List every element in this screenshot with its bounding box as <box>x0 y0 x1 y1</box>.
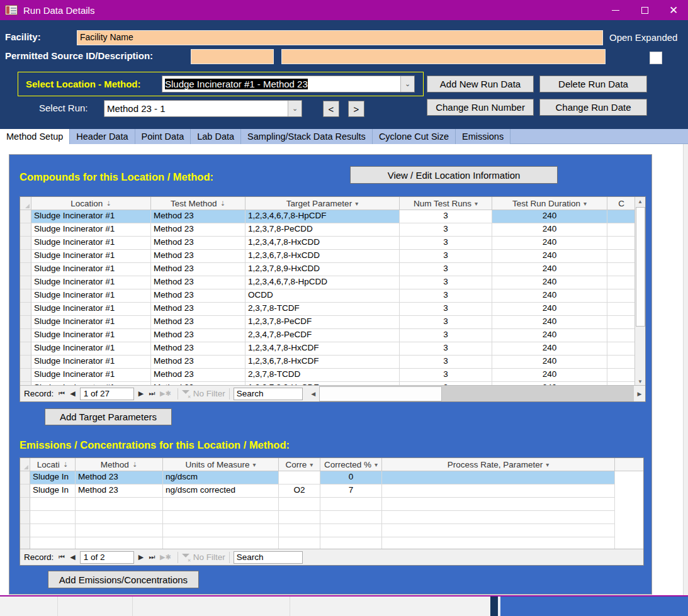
previous-record-icon[interactable]: ◀ <box>70 389 75 398</box>
combo-dropdown-icon[interactable]: ⌄ <box>288 101 302 116</box>
select-all-corner[interactable] <box>20 197 31 210</box>
table-cell[interactable]: 3 <box>400 303 492 316</box>
table-cell[interactable] <box>163 511 279 524</box>
table-cell[interactable] <box>382 484 615 498</box>
table-cell[interactable] <box>607 303 636 316</box>
record-selector[interactable] <box>20 289 31 303</box>
table-cell[interactable]: 0 <box>320 471 382 484</box>
scroll-right-icon[interactable]: ▶ <box>634 386 645 402</box>
filter-dropdown-icon[interactable]: ▾ <box>584 200 587 207</box>
table-cell[interactable]: 240 <box>492 303 607 316</box>
table-cell[interactable]: Sludge Incinerator #1 <box>31 210 151 223</box>
table-cell[interactable]: 240 <box>492 316 607 329</box>
table-cell[interactable]: 240 <box>492 329 607 342</box>
open-expanded-checkbox[interactable] <box>650 52 662 64</box>
record-selector[interactable] <box>20 316 31 329</box>
column-header-units-of-measure[interactable]: Units of Measure▾ <box>163 458 279 471</box>
table-cell[interactable]: Sludge Incinerator #1 <box>31 263 151 276</box>
table-cell[interactable] <box>76 498 163 511</box>
table-cell[interactable] <box>163 524 279 537</box>
scroll-left-icon[interactable]: ◀ <box>308 386 319 402</box>
table-cell[interactable]: 3 <box>400 316 492 329</box>
table-cell[interactable]: 1,2,3,4,6,7,8-HpCDD <box>245 276 400 289</box>
change-run-date-button[interactable]: Change Run Date <box>539 99 647 116</box>
table-row[interactable]: Sludge Incinerator #1Method 231,2,3,7,8,… <box>20 263 645 276</box>
table-cell[interactable] <box>30 524 76 537</box>
column-header-target-parameter[interactable]: Target Parameter▾ <box>245 197 400 210</box>
add-emissions-concentrations-button[interactable]: Add Emissions/Concentrations <box>48 571 199 588</box>
maximize-button[interactable] <box>630 0 659 20</box>
table-cell[interactable]: 3 <box>400 210 492 223</box>
record-selector[interactable] <box>20 210 31 223</box>
first-record-icon[interactable]: ⏮ <box>59 389 65 398</box>
table-cell[interactable]: Sludge Incinerator #1 <box>31 316 151 329</box>
record-selector[interactable] <box>20 484 30 498</box>
table-row[interactable]: Sludge Incinerator #1Method 232,3,4,7,8-… <box>20 329 645 342</box>
table-cell[interactable] <box>320 511 382 524</box>
record-selector[interactable] <box>20 342 31 356</box>
next-run-button[interactable]: > <box>348 101 364 117</box>
table-cell[interactable]: 2,3,4,7,8-PeCDF <box>245 329 400 342</box>
table-cell[interactable] <box>279 511 320 524</box>
minimize-button[interactable] <box>601 0 630 20</box>
column-header-test-run-duration[interactable]: Test Run Duration▾ <box>492 197 607 210</box>
table-row[interactable]: Sludge Incinerator #1Method 231,2,3,7,8-… <box>20 316 645 329</box>
table-cell[interactable] <box>607 369 636 382</box>
tab-header-data[interactable]: Header Data <box>70 129 135 144</box>
permitted-source-desc-input[interactable] <box>281 49 606 64</box>
column-header-location[interactable]: Location⇣ <box>31 197 151 210</box>
table-cell[interactable] <box>607 329 636 342</box>
scroll-up-icon[interactable]: ▲ <box>635 197 645 206</box>
table-cell[interactable]: 240 <box>492 276 607 289</box>
table-cell[interactable]: Sludge In <box>30 484 76 498</box>
table-cell[interactable]: Method 23 <box>151 276 245 289</box>
column-header-corrected-[interactable]: Corrected %▾ <box>320 458 382 471</box>
compounds-horizontal-scrollbar[interactable]: ◀ ▶ <box>308 386 645 402</box>
table-cell[interactable] <box>607 250 636 263</box>
table-row[interactable] <box>20 524 643 537</box>
sort-filter-icon[interactable]: ⇣ <box>106 200 111 207</box>
table-cell[interactable] <box>76 511 163 524</box>
table-row[interactable]: Sludge Incinerator #1Method 231,2,3,7,8-… <box>20 223 645 237</box>
table-cell[interactable] <box>382 511 615 524</box>
column-header-locati[interactable]: Locati⇣ <box>30 458 76 471</box>
table-cell[interactable] <box>279 524 320 537</box>
add-target-parameters-button[interactable]: Add Target Parameters <box>45 408 172 425</box>
table-cell[interactable]: 3 <box>400 223 492 237</box>
table-cell[interactable]: Method 23 <box>151 223 245 237</box>
table-row[interactable]: Sludge Incinerator #1Method 23OCDD3240 <box>20 289 645 303</box>
column-header-test-method[interactable]: Test Method⇣ <box>151 197 245 210</box>
table-cell[interactable] <box>607 210 636 223</box>
table-cell[interactable]: 240 <box>492 369 607 382</box>
table-row[interactable]: Sludge Incinerator #1Method 231,2,3,6,7,… <box>20 356 645 369</box>
table-cell[interactable] <box>382 471 615 484</box>
table-cell[interactable] <box>279 498 320 511</box>
record-selector[interactable] <box>20 237 31 250</box>
record-selector[interactable] <box>20 263 31 276</box>
record-selector[interactable] <box>20 329 31 342</box>
table-cell[interactable]: 3 <box>400 276 492 289</box>
table-cell[interactable] <box>607 342 636 356</box>
table-cell[interactable] <box>320 524 382 537</box>
last-record-icon[interactable]: ⏭ <box>149 553 155 561</box>
table-cell[interactable]: Method 23 <box>151 237 245 250</box>
table-cell[interactable]: OCDD <box>245 289 400 303</box>
table-row[interactable]: Sludge InMethod 23ng/dscm0 <box>20 471 643 484</box>
table-row[interactable]: Sludge Incinerator #1Method 231,2,3,4,7,… <box>20 237 645 250</box>
table-cell[interactable]: Method 23 <box>151 303 245 316</box>
location-method-combo[interactable]: Sludge Incinerator #1 - Method 23 ⌄ <box>162 76 415 92</box>
record-selector[interactable] <box>20 356 31 369</box>
table-row[interactable]: Sludge Incinerator #1Method 232,3,7,8-TC… <box>20 369 645 382</box>
table-cell[interactable]: 240 <box>492 223 607 237</box>
combo-dropdown-icon[interactable]: ⌄ <box>400 76 414 92</box>
no-filter-label[interactable]: No Filter <box>193 389 225 398</box>
table-cell[interactable]: Sludge Incinerator #1 <box>31 289 151 303</box>
table-cell[interactable] <box>382 524 615 537</box>
table-cell[interactable]: Sludge In <box>30 471 76 484</box>
table-cell[interactable]: 240 <box>492 237 607 250</box>
table-cell[interactable]: 240 <box>492 356 607 369</box>
table-row[interactable] <box>20 498 643 511</box>
record-selector[interactable] <box>20 511 30 524</box>
compounds-vertical-scrollbar[interactable]: ▲ ▼ <box>634 197 645 386</box>
table-cell[interactable]: 1,2,3,6,7,8-HxCDD <box>245 250 400 263</box>
